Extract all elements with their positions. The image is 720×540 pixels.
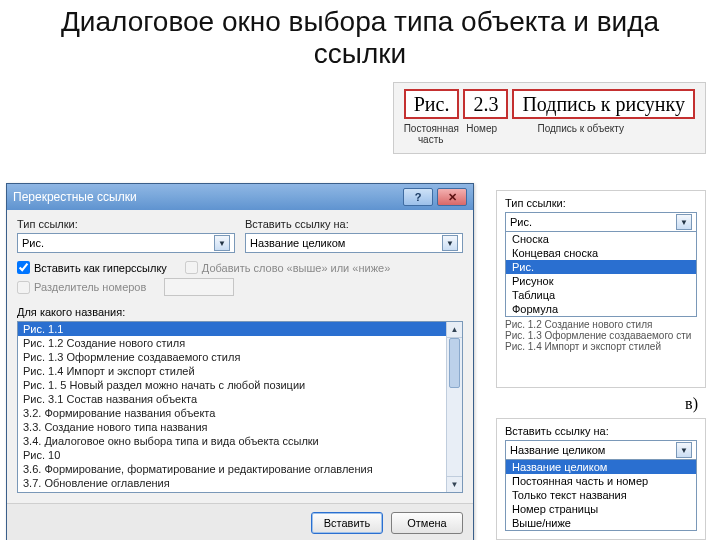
type-panel-combo[interactable]: Рис. ▼ xyxy=(505,212,697,232)
insert-options-list[interactable]: Название целикомПостоянная часть и номер… xyxy=(505,460,697,531)
type-label: Тип ссылки: xyxy=(17,218,235,230)
for-which-label: Для какого названия: xyxy=(17,306,463,318)
separator-label: Разделитель номеров xyxy=(34,281,146,293)
caption-number-box: 2.3 xyxy=(463,89,508,119)
add-above-below-label: Добавить слово «выше» или «ниже» xyxy=(202,262,390,274)
separator-input xyxy=(17,281,30,294)
dropdown-option[interactable]: Выше/ниже xyxy=(506,516,696,530)
slide-title: Диалоговое окно выбора типа объекта и ви… xyxy=(0,0,720,70)
list-item: Рис. 1.3 Оформление создаваемого сти xyxy=(505,330,697,341)
list-item: Рис. 1.2 Создание нового стиля xyxy=(505,319,697,330)
caption-text-box: Подпись к рисунку xyxy=(512,89,695,119)
list-item: Рис. 1.4 Импорт и экспорт стилей xyxy=(505,341,697,352)
chevron-down-icon[interactable]: ▼ xyxy=(676,442,692,458)
insert-on-combo-value: Название целиком xyxy=(250,237,442,249)
add-above-below-checkbox: Добавить слово «выше» или «ниже» xyxy=(185,261,390,274)
insert-panel-combo-value: Название целиком xyxy=(510,444,676,456)
insert-on-dropdown-panel: Вставить ссылку на: Название целиком ▼ Н… xyxy=(496,418,706,540)
list-item[interactable]: Рис. 1.4 Импорт и экспорт стилей xyxy=(18,364,462,378)
scroll-thumb[interactable] xyxy=(449,338,460,388)
hyperlink-checkbox-input[interactable] xyxy=(17,261,30,274)
list-item[interactable]: 3.3. Создание нового типа названия xyxy=(18,420,462,434)
dropdown-option[interactable]: Постоянная часть и номер xyxy=(506,474,696,488)
subfigure-label: в) xyxy=(685,395,698,413)
insert-on-label: Вставить ссылку на: xyxy=(245,218,463,230)
cancel-button[interactable]: Отмена xyxy=(391,512,463,534)
list-item[interactable]: Рис. 10 xyxy=(18,448,462,462)
dropdown-option[interactable]: Только текст названия xyxy=(506,488,696,502)
separator-field xyxy=(164,278,234,296)
scroll-up-icon[interactable]: ▲ xyxy=(447,322,462,338)
dropdown-option[interactable]: Таблица xyxy=(506,288,696,302)
caption-sublabels: Постоянная часть Номер Подпись к объекту xyxy=(404,123,695,145)
insert-panel-combo[interactable]: Название целиком ▼ xyxy=(505,440,697,460)
list-item[interactable]: Рис. 1. 5 Новый раздел можно начать с лю… xyxy=(18,378,462,392)
dropdown-option[interactable]: Рис. xyxy=(506,260,696,274)
list-item[interactable]: 3.4. Диалоговое окно выбора типа и вида … xyxy=(18,434,462,448)
hyperlink-checkbox-label: Вставить как гиперссылку xyxy=(34,262,167,274)
list-item[interactable]: Рис. 1.2 Создание нового стиля xyxy=(18,336,462,350)
dropdown-option[interactable]: Концевая сноска xyxy=(506,246,696,260)
scroll-down-icon[interactable]: ▼ xyxy=(447,476,462,492)
caption-demo: Рис. 2.3 Подпись к рисунку Постоянная ча… xyxy=(393,82,706,154)
separator-checkbox: Разделитель номеров xyxy=(17,281,146,294)
dropdown-option[interactable]: Рисунок xyxy=(506,274,696,288)
hyperlink-checkbox[interactable]: Вставить как гиперссылку xyxy=(17,261,167,274)
caption-const-box: Рис. xyxy=(404,89,460,119)
add-above-below-input xyxy=(185,261,198,274)
dropdown-option[interactable]: Номер страницы xyxy=(506,502,696,516)
list-item[interactable]: Рис. 1.1 xyxy=(18,322,462,336)
insert-panel-label: Вставить ссылку на: xyxy=(505,425,697,437)
dropdown-option[interactable]: Формула xyxy=(506,302,696,316)
type-options-list[interactable]: СноскаКонцевая сноскаРис.РисунокТаблицаФ… xyxy=(505,232,697,317)
chevron-down-icon[interactable]: ▼ xyxy=(676,214,692,230)
type-panel-combo-value: Рис. xyxy=(510,216,676,228)
dialog-title: Перекрестные ссылки xyxy=(13,190,137,204)
list-item[interactable]: Рис. 1.3 Оформление создаваемого стиля xyxy=(18,350,462,364)
listbox-scrollbar[interactable]: ▲ ▼ xyxy=(446,322,462,492)
type-dropdown-panel: Тип ссылки: Рис. ▼ СноскаКонцевая сноска… xyxy=(496,190,706,388)
list-item[interactable]: Рис. 3.1 Состав названия объекта xyxy=(18,392,462,406)
caption-listbox[interactable]: Рис. 1.1Рис. 1.2 Создание нового стиляРи… xyxy=(17,321,463,493)
caption-sublabel-const: Постоянная часть xyxy=(404,123,458,145)
chevron-down-icon[interactable]: ▼ xyxy=(214,235,230,251)
dialog-titlebar[interactable]: Перекрестные ссылки ? ✕ xyxy=(7,184,473,210)
list-item[interactable]: 3.6. Формирование, форматирование и реда… xyxy=(18,462,462,476)
caption-sublabel-caption: Подпись к объекту xyxy=(506,123,656,145)
chevron-down-icon[interactable]: ▼ xyxy=(442,235,458,251)
insert-on-combo[interactable]: Название целиком ▼ xyxy=(245,233,463,253)
dropdown-option[interactable]: Название целиком xyxy=(506,460,696,474)
insert-button[interactable]: Вставить xyxy=(311,512,383,534)
dropdown-option[interactable]: Сноска xyxy=(506,232,696,246)
caption-sublabel-number: Номер xyxy=(462,123,502,145)
list-item[interactable]: 3.2. Формирование названия объекта xyxy=(18,406,462,420)
close-button[interactable]: ✕ xyxy=(437,188,467,206)
type-combo[interactable]: Рис. ▼ xyxy=(17,233,235,253)
type-combo-value: Рис. xyxy=(22,237,214,249)
type-panel-label: Тип ссылки: xyxy=(505,197,697,209)
help-button[interactable]: ? xyxy=(403,188,433,206)
list-item[interactable]: 3.7. Обновление оглавления xyxy=(18,476,462,490)
crossref-dialog: Перекрестные ссылки ? ✕ Тип ссылки: Рис.… xyxy=(6,183,474,540)
type-below-list: Рис. 1.2 Создание нового стиляРис. 1.3 О… xyxy=(505,319,697,379)
